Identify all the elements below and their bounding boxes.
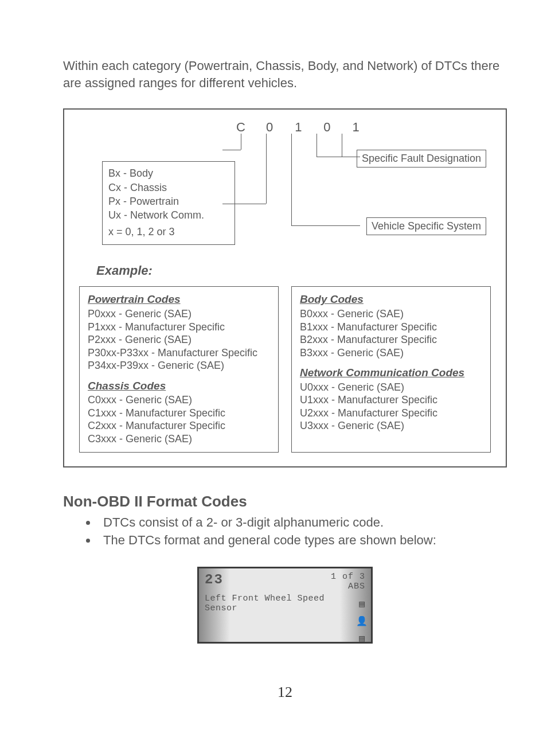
code-item: P1xxx - Manufacturer Specific [88, 321, 270, 334]
code-item: C0xxx - Generic (SAE) [88, 393, 270, 407]
prefix-line: Bx - Body [108, 166, 229, 180]
code-digit-5: 1 [343, 120, 369, 135]
code-item: C1xxx - Manufacturer Specific [88, 407, 270, 420]
connector-line [291, 225, 360, 226]
scantool-desc-line: Left Front Wheel Speed [205, 594, 365, 603]
intro-paragraph: Within each category (Powertrain, Chassi… [63, 57, 507, 91]
connector-line [317, 157, 360, 157]
code-item: B0xxx - Generic (SAE) [300, 307, 482, 321]
prefix-line: x = 0, 1, 2 or 3 [108, 225, 229, 239]
scantool-module: ABS [331, 582, 365, 591]
connector-line [342, 134, 342, 157]
code-item: B2xxx - Manufacturer Specific [300, 333, 482, 346]
code-item: P2xxx - Generic (SAE) [88, 333, 270, 346]
code-item: P0xxx - Generic (SAE) [88, 307, 270, 321]
powertrain-codes-heading: Powertrain Codes [88, 293, 270, 306]
non-obd-heading: Non-OBD II Format Codes [63, 493, 507, 511]
code-item: U1xxx - Manufacturer Specific [300, 393, 482, 407]
example-codes-row: Powertrain Codes P0xxx - Generic (SAE) P… [79, 286, 491, 453]
code-item: B3xxx - Generic (SAE) [300, 346, 482, 360]
scantool-desc-line: Sensor [205, 603, 365, 613]
connector-line [291, 134, 292, 225]
prefix-legend-box: Bx - Body Cx - Chassis Px - Powertrain U… [102, 161, 235, 244]
dtc-diagram-frame: C 0 1 0 1 Bx - Body Cx - Chassis Px - Po… [63, 108, 507, 467]
scantool-code: 23 [205, 572, 224, 592]
connector-line [317, 134, 317, 157]
network-codes-heading: Network Communication Codes [300, 366, 482, 380]
bars-icon: ▤ [359, 598, 365, 610]
prefix-line: Ux - Network Comm. [108, 208, 229, 222]
code-item: C3xxx - Generic (SAE) [88, 432, 270, 446]
code-item: U2xxx - Manufacturer Specific [300, 407, 482, 420]
connector-line [266, 134, 267, 204]
page-number: 12 [63, 684, 507, 701]
person-icon: 👤 [356, 615, 368, 627]
example-label: Example: [96, 263, 491, 278]
code-item: U3xxx - Generic (SAE) [300, 419, 482, 432]
bars-icon: ▤ [359, 633, 365, 644]
connector-line [222, 150, 241, 150]
code-item: P30xx-P33xx - Manufacturer Specific [88, 346, 270, 360]
code-digits: C 0 1 0 1 [228, 120, 369, 135]
body-codes-heading: Body Codes [300, 293, 482, 306]
code-item: U0xxx - Generic (SAE) [300, 381, 482, 394]
scantool-header-right: 1 of 3 ABS [331, 572, 365, 592]
dtc-code-breakdown: C 0 1 0 1 Bx - Body Cx - Chassis Px - Po… [79, 120, 491, 246]
code-digit-4: 0 [314, 120, 339, 135]
non-obd-bullet-list: DTCs consist of a 2- or 3-digit alphanum… [63, 514, 507, 550]
code-item: P34xx-P39xx - Generic (SAE) [88, 359, 270, 372]
fault-designation-box: Specific Fault Designation [357, 150, 486, 167]
connector-line [241, 134, 241, 150]
bullet-item: DTCs consist of a 2- or 3-digit alphanum… [97, 514, 507, 532]
scantool-header: 23 1 of 3 ABS [199, 568, 371, 592]
document-page: Within each category (Powertrain, Chassi… [0, 0, 547, 724]
code-digit-2: 0 [257, 120, 282, 135]
code-item: C2xxx - Manufacturer Specific [88, 419, 270, 432]
code-digit-1: C [228, 120, 253, 135]
chassis-codes-heading: Chassis Codes [88, 379, 270, 393]
code-item: B1xxx - Manufacturer Specific [300, 321, 482, 334]
right-codes-column: Body Codes B0xxx - Generic (SAE) B1xxx -… [291, 286, 491, 453]
prefix-line: Cx - Chassis [108, 181, 229, 194]
scantool-position: 1 of 3 [331, 572, 365, 582]
left-codes-column: Powertrain Codes P0xxx - Generic (SAE) P… [79, 286, 279, 453]
bullet-item: The DTCs format and general code types a… [97, 532, 507, 550]
scantool-screen: 23 1 of 3 ABS Left Front Wheel Speed Sen… [197, 567, 373, 644]
scantool-figure: 23 1 of 3 ABS Left Front Wheel Speed Sen… [63, 567, 507, 644]
prefix-line: Px - Powertrain [108, 194, 229, 208]
vehicle-system-box: Vehicle Specific System [366, 217, 486, 235]
scantool-icons: ▤ 👤 ▤ [356, 598, 368, 644]
scantool-body: Left Front Wheel Speed Sensor [199, 591, 371, 642]
code-digit-3: 1 [286, 120, 311, 135]
